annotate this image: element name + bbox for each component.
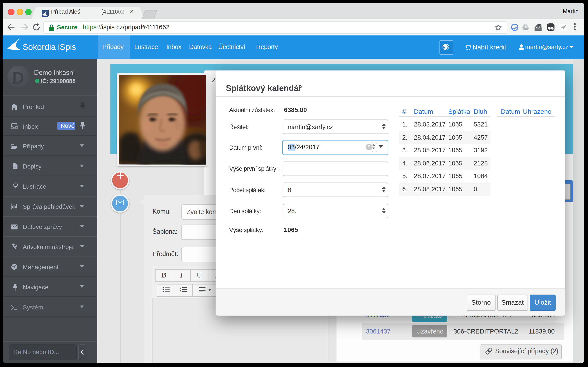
svg-text:3: 3 — [180, 290, 182, 292]
